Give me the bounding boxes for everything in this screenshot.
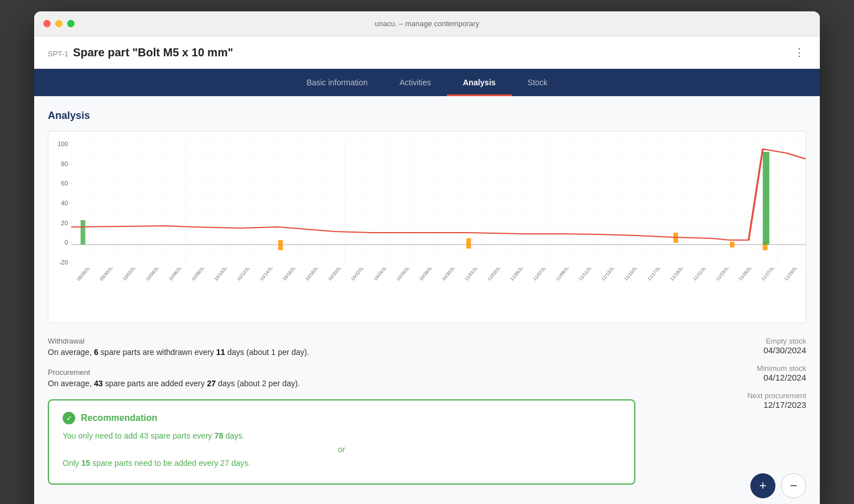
withdrawal-days: 11	[216, 348, 225, 357]
x-axis-label: 11/25/2023	[737, 268, 756, 282]
x-axis-label: 10/12/2023	[235, 268, 254, 282]
record-id: SPT-1	[48, 49, 68, 58]
y-label-80: 80	[61, 160, 68, 167]
x-axis-label: 11/19/2023	[668, 268, 688, 282]
procurement-label: Procurement	[48, 368, 635, 377]
maximize-button[interactable]	[67, 20, 75, 27]
x-axis-label: 10/16/2023	[281, 268, 300, 282]
x-axis-label: 11/07/2023	[531, 268, 551, 282]
minimize-button[interactable]	[55, 20, 63, 27]
recommendation-header: ✓ Recommendation	[63, 412, 621, 424]
procurement-stat: Procurement On average, 43 spare parts a…	[48, 368, 635, 388]
recommendation-line1: You only need to add 43 spare parts ever…	[63, 431, 621, 440]
add-button[interactable]: +	[750, 473, 775, 498]
svg-rect-0	[71, 141, 806, 266]
chart-container: 100 80 60 40 20 0 -20	[48, 131, 806, 323]
minimum-stock-value: 04/12/2024	[757, 373, 806, 382]
x-axis-label: 10/18/2023	[303, 268, 323, 282]
recommendation-icon: ✓	[63, 412, 75, 424]
x-axis-label: 10/08/2023	[190, 268, 209, 282]
chart-svg: 01/07/2024 Stock: 65 Procurement: 0 With…	[71, 141, 806, 266]
svg-rect-2	[278, 240, 283, 250]
procurement-qty: 43	[94, 379, 103, 388]
procurement-text: On average, 43 spare parts are added eve…	[48, 379, 635, 388]
svg-rect-8	[81, 220, 85, 245]
x-axis-label: 11/11/2023	[577, 268, 597, 282]
x-axis-label: 10/02/2023	[121, 268, 141, 282]
y-label-0: 0	[64, 239, 68, 246]
app-window: unacu. – manage contemporary SPT-1 Spare…	[34, 11, 820, 504]
withdrawal-qty: 6	[94, 348, 98, 357]
x-axis-label: 09/30/2023	[98, 268, 118, 282]
tab-analysis[interactable]: Analysis	[447, 69, 512, 96]
x-axis-label: 10/30/2023	[440, 268, 459, 282]
recommendation-title: Recommendation	[81, 413, 157, 423]
tab-stock[interactable]: Stock	[512, 69, 564, 96]
x-axis-label: 12/01/2023	[805, 268, 806, 282]
empty-stock-label: Empty stock	[763, 337, 806, 345]
minimum-stock-block: Minimum stock 04/12/2024	[757, 364, 806, 382]
x-axis-label: 11/01/2023	[463, 268, 482, 282]
x-axis-label: 11/03/2023	[486, 268, 505, 282]
kebab-menu-button[interactable]: ⋮	[793, 46, 806, 59]
y-label-60: 60	[61, 180, 68, 187]
x-axis-label: 10/06/2023	[167, 268, 186, 282]
x-axis-label: 10/20/2023	[326, 268, 346, 282]
nav-bar: Basic information Activities Analysis St…	[34, 69, 820, 96]
page-title: Spare part "Bolt M5 x 10 mm"	[73, 46, 233, 59]
x-axis-label: 10/22/2023	[349, 268, 368, 282]
x-axis-label: 10/28/2023	[417, 268, 437, 282]
next-procurement-label: Next procurement	[748, 391, 806, 400]
x-axis-label: 10/14/2023	[258, 268, 277, 282]
x-axis-label: 09/28/2023	[76, 268, 95, 282]
x-axis-label: 10/04/2023	[144, 268, 163, 282]
remove-button[interactable]: −	[781, 473, 806, 498]
next-procurement-value: 12/17/2023	[748, 400, 806, 410]
procurement-days: 27	[207, 379, 216, 388]
tab-activities[interactable]: Activities	[384, 69, 447, 96]
recommendation-or: or	[63, 445, 621, 454]
titlebar: unacu. – manage contemporary	[34, 11, 820, 36]
y-label-20: 20	[61, 220, 68, 226]
traffic-lights	[43, 20, 75, 27]
main-content: Analysis 100 80 60 40 20 0 -20	[34, 96, 820, 504]
x-axis-label: 10/10/2023	[212, 268, 232, 282]
analysis-section-title: Analysis	[48, 110, 806, 122]
header-left: SPT-1 Spare part "Bolt M5 x 10 mm"	[48, 46, 233, 59]
next-procurement-block: Next procurement 12/17/2023	[748, 391, 806, 410]
recommendation-box: ✓ Recommendation You only need to add 43…	[48, 399, 635, 485]
x-axis-label: 10/24/2023	[372, 268, 391, 282]
svg-rect-3	[467, 238, 471, 249]
recommendation-line2: Only 15 spare parts need to be added eve…	[63, 458, 621, 468]
svg-rect-5	[730, 242, 734, 247]
x-axis-label: 11/05/2023	[508, 268, 528, 282]
close-button[interactable]	[43, 20, 51, 27]
x-axis-label: 10/26/2023	[395, 268, 414, 282]
stats-left: Withdrawal On average, 6 spare parts are…	[48, 337, 635, 485]
y-label-100: 100	[58, 141, 68, 147]
window-title: unacu. – manage contemporary	[375, 19, 479, 28]
withdrawal-stat: Withdrawal On average, 6 spare parts are…	[48, 337, 635, 357]
y-label-neg20: -20	[59, 259, 68, 266]
svg-rect-9	[763, 152, 770, 245]
stats-row: Withdrawal On average, 6 spare parts are…	[48, 337, 806, 485]
x-axis-label: 11/29/2023	[782, 268, 802, 282]
empty-stock-value: 04/30/2024	[763, 345, 806, 355]
x-axis-label: 11/09/2023	[554, 268, 573, 282]
minimum-stock-label: Minimum stock	[757, 364, 806, 373]
x-axis-label: 11/21/2023	[691, 268, 711, 282]
empty-stock-block: Empty stock 04/30/2024	[763, 337, 806, 355]
x-axis-label: 11/23/2023	[714, 268, 733, 282]
withdrawal-text: On average, 6 spare parts are withdrawn …	[48, 348, 635, 357]
x-axis-label: 11/15/2023	[623, 268, 642, 282]
stats-right: Empty stock 04/30/2024 Minimum stock 04/…	[635, 337, 806, 485]
x-axis-label: 11/13/2023	[600, 268, 619, 282]
tab-basic-information[interactable]: Basic information	[290, 69, 383, 96]
fab-container: + −	[750, 473, 806, 498]
y-label-40: 40	[61, 200, 68, 206]
rec-qty2: 15	[81, 458, 91, 468]
withdrawal-label: Withdrawal	[48, 337, 635, 345]
rec-days1: 78	[214, 431, 223, 440]
x-axis-label: 11/17/2023	[646, 268, 665, 282]
page-header: SPT-1 Spare part "Bolt M5 x 10 mm" ⋮	[34, 36, 820, 69]
